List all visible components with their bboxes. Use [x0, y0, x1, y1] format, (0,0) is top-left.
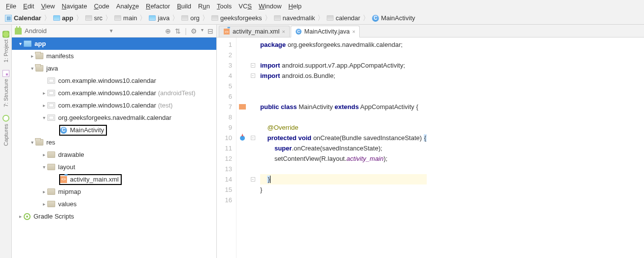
tree-label: res	[46, 139, 55, 146]
crumb-label: main	[123, 14, 137, 22]
tree-node-pkg1[interactable]: com.example.windows10.calendar	[12, 74, 216, 87]
crumb-label: geeksforgeeks	[220, 14, 262, 22]
tree-node-res[interactable]: ▾ res	[12, 136, 216, 148]
project-panel: Android ▼ ⊕ ⇅ | ⚙ ▾ ⊟ ▾ app ▸ manifests	[12, 25, 217, 258]
tree-label: org.geeksforgeeks.navedmalik.calendar	[58, 114, 171, 121]
fold-gutter: − − − −	[248, 37, 257, 258]
close-icon[interactable]: ×	[282, 29, 285, 35]
menu-edit[interactable]: Edit	[20, 1, 37, 11]
tree-label: com.example.windows10.calendar	[58, 102, 156, 109]
crumb-naved[interactable]: navedmalik	[272, 14, 317, 22]
tree-node-activitymain[interactable]: activity_main.xml	[12, 173, 216, 185]
tree-node-gradle[interactable]: ▸ Gradle Scripts	[12, 210, 216, 222]
crumb-main[interactable]: main	[112, 14, 139, 22]
crumb-label: src	[94, 14, 102, 22]
tree-node-layout[interactable]: ▾ layout	[12, 161, 216, 173]
fold-toggle[interactable]: −	[251, 74, 255, 78]
menu-code[interactable]: Code	[91, 1, 112, 11]
crumb-src[interactable]: src	[83, 14, 104, 22]
menu-help[interactable]: Help	[285, 1, 305, 11]
menu-run[interactable]: Run	[195, 1, 213, 11]
sort-button[interactable]: ⇅	[175, 27, 181, 35]
sidetab-structure[interactable]: 7: Structure	[1, 66, 10, 111]
class-icon: C	[296, 29, 302, 35]
crumb-root[interactable]: ▦ Calendar	[3, 14, 43, 22]
tree-label-suffix: (androidTest)	[158, 89, 196, 97]
android-icon	[15, 28, 22, 35]
tree-label: mipmap	[58, 188, 81, 195]
tree-label: MainActivity	[70, 126, 104, 134]
collapse-all-button[interactable]: ⊟	[207, 27, 213, 35]
tree-label: Gradle Scripts	[34, 213, 74, 220]
crumb-label: java	[158, 14, 169, 22]
chevron-right-icon: 〉	[202, 14, 209, 23]
tree-node-pkg4[interactable]: ▾ org.geeksforgeeks.navedmalik.calendar	[12, 111, 216, 124]
crumb-app[interactable]: app	[51, 14, 75, 22]
fold-toggle[interactable]: −	[251, 63, 255, 68]
editor-area: activity_main.xml × C MainActivity.java …	[217, 25, 644, 258]
related-xml-icon[interactable]	[239, 104, 246, 110]
menu-navigate[interactable]: Navigate	[59, 1, 90, 11]
chevron-down-icon[interactable]: ▾	[201, 27, 203, 35]
sidetab-project[interactable]: 1: Project	[1, 27, 10, 66]
crumb-org[interactable]: org	[179, 14, 202, 22]
chevron-right-icon: 〉	[139, 14, 146, 23]
tree-node-pkg3[interactable]: ▸ com.example.windows10.calendar (test)	[12, 99, 216, 111]
crumb-geeks[interactable]: geeksforgeeks	[209, 14, 264, 22]
tree-node-mainactivity[interactable]: C MainActivity	[12, 124, 216, 136]
menu-refactor[interactable]: Refactor	[143, 1, 173, 11]
line-number-gutter: 1234 5678 9101112 13141516	[217, 37, 237, 258]
chevron-right-icon: 〉	[265, 14, 271, 23]
scroll-from-source-button[interactable]: ⊕	[165, 27, 171, 35]
gear-icon[interactable]: ⚙	[191, 27, 197, 35]
menu-window[interactable]: Window	[256, 1, 284, 11]
class-icon: C	[60, 127, 67, 134]
close-icon[interactable]: ×	[352, 29, 355, 35]
crumb-class[interactable]: CMainActivity	[370, 14, 417, 22]
tree-node-drawable[interactable]: ▸ drawable	[12, 148, 216, 161]
tab-activity-main[interactable]: activity_main.xml ×	[219, 26, 290, 37]
crumb-calendar[interactable]: calendar	[325, 14, 362, 22]
menu-view[interactable]: View	[38, 1, 58, 11]
menu-analyze[interactable]: Analyze	[113, 1, 142, 11]
sidetab-captures[interactable]: Captures	[1, 111, 10, 150]
tree-label: app	[34, 40, 46, 47]
android-icon	[2, 31, 9, 37]
xml-file-icon	[224, 29, 230, 35]
tree-node-manifests[interactable]: ▸ manifests	[12, 50, 216, 62]
project-panel-header: Android ▼ ⊕ ⇅ | ⚙ ▾ ⊟	[12, 25, 216, 37]
tree-label: activity_main.xml	[70, 176, 119, 183]
editor-tabs: activity_main.xml × C MainActivity.java …	[217, 25, 644, 37]
main-menu-bar: File Edit View Navigate Code Analyze Ref…	[0, 0, 644, 12]
fold-toggle[interactable]: −	[251, 177, 255, 182]
tree-node-mipmap[interactable]: ▸ mipmap	[12, 185, 216, 198]
code-content[interactable]: package org.geeksforgeeks.navedmalik.cal…	[257, 37, 427, 258]
gradle-icon	[24, 213, 31, 220]
tree-node-pkg2[interactable]: ▸ com.example.windows10.calendar (androi…	[12, 87, 216, 99]
fold-toggle[interactable]: −	[251, 136, 255, 140]
chevron-right-icon: 〉	[105, 14, 112, 23]
override-icon[interactable]	[240, 136, 245, 141]
tree-label-suffix: (test)	[158, 102, 173, 109]
code-editor[interactable]: 1234 5678 9101112 13141516 − − − −	[217, 37, 644, 258]
tree-label: com.example.windows10.calendar	[58, 89, 156, 97]
tree-label: drawable	[58, 151, 84, 158]
project-view-selector[interactable]: Android	[25, 27, 47, 35]
crumb-java[interactable]: java	[147, 14, 171, 22]
dropdown-arrow-icon[interactable]: ▼	[109, 28, 114, 34]
tab-mainactivity[interactable]: C MainActivity.java ×	[291, 26, 360, 37]
tab-label: MainActivity.java	[305, 28, 350, 35]
tree-node-java[interactable]: ▾ java	[12, 62, 216, 74]
tree-label: manifests	[46, 52, 74, 60]
menu-tools[interactable]: Tools	[214, 1, 235, 11]
project-tree: ▾ app ▸ manifests ▾ java com.example.win…	[12, 37, 216, 258]
menu-vcs[interactable]: VCS	[236, 1, 255, 11]
tree-node-app[interactable]: ▾ app	[12, 37, 216, 50]
menu-build[interactable]: Build	[174, 1, 194, 11]
sidetab-label: 1: Project	[3, 39, 9, 62]
tree-node-values[interactable]: ▸ values	[12, 198, 216, 210]
left-tool-strip: 1: Project 7: Structure Captures	[0, 25, 12, 258]
menu-file[interactable]: File	[3, 1, 19, 11]
structure-icon	[2, 70, 9, 77]
chevron-right-icon: 〉	[363, 14, 370, 23]
